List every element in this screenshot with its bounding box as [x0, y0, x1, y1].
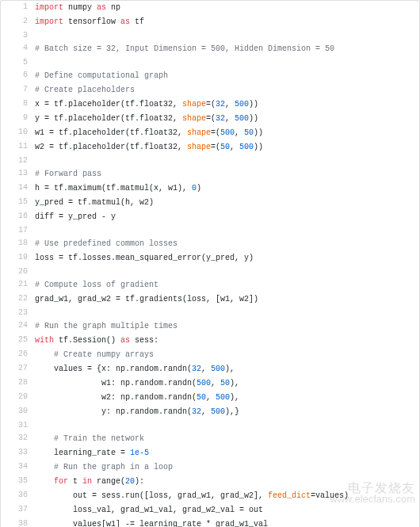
line-number: 20: [1, 265, 34, 278]
token: ),: [230, 379, 239, 388]
code-cell[interactable]: [34, 155, 419, 167]
code-line: 19loss = tf.losses.mean_squared_error(y_…: [1, 251, 419, 265]
code-line: 7# Create placeholders: [1, 83, 419, 97]
code-cell[interactable]: [34, 419, 419, 432]
code-cell[interactable]: diff = y_pred - y: [34, 210, 419, 224]
code-cell[interactable]: with tf.Session() as sess:: [34, 334, 419, 348]
code-line: 35 for t in range(20):: [1, 475, 419, 489]
token-num: 32: [192, 365, 201, 373]
token: w2 = tf.placeholder(tf.float32,: [35, 143, 187, 151]
line-number: 8: [1, 97, 34, 112]
token-str: feed_dict: [268, 491, 311, 500]
code-cell[interactable]: w1 = tf.placeholder(tf.float32, shape=(5…: [34, 126, 419, 140]
line-number: 16: [1, 210, 34, 224]
code-cell[interactable]: # Run the graph multiple times: [34, 319, 419, 334]
token: =(: [206, 114, 216, 123]
code-cell[interactable]: w2 = tf.placeholder(tf.float32, shape=(5…: [34, 140, 419, 155]
code-cell[interactable]: [34, 307, 419, 319]
token-cm: # Create placeholders: [35, 86, 135, 94]
code-cell[interactable]: [34, 224, 419, 237]
token: loss = tf.losses.mean_squared_error(y_pr…: [35, 254, 254, 262]
code-cell[interactable]: values = {x: np.random.randn(32, 500),: [34, 362, 419, 376]
token-num: 500: [197, 379, 211, 388]
code-cell[interactable]: loss = tf.losses.mean_squared_error(y_pr…: [34, 251, 419, 265]
token-num: 50: [244, 128, 254, 137]
code-cell[interactable]: h = tf.maximum(tf.matmul(x, w1), 0): [34, 181, 419, 196]
token: tensorflow: [63, 17, 120, 26]
token: range(: [92, 477, 125, 486]
token: ):: [135, 477, 144, 486]
token-num: 50: [197, 393, 206, 402]
token-cm: # Batch size = 32, Input Dimension = 500…: [35, 44, 334, 53]
code-cell[interactable]: x = tf.placeholder(tf.float32, shape=(32…: [34, 97, 419, 112]
code-cell[interactable]: for t in range(20):: [34, 475, 419, 489]
token: h = tf.maximum(tf.matmul(x, w1),: [35, 184, 192, 193]
code-cell[interactable]: [34, 56, 419, 69]
token: ,: [225, 100, 235, 109]
code-cell[interactable]: grad_w1, grad_w2 = tf.gradients(loss, [w…: [34, 292, 419, 307]
token-cm: # Run the graph multiple times: [35, 322, 178, 330]
code-cell[interactable]: w2: np.random.randn(50, 500),: [34, 391, 419, 405]
line-number: 24: [1, 319, 34, 334]
code-cell[interactable]: [34, 29, 419, 42]
code-line: 28 w1: np.random.randn(500, 50),: [1, 376, 419, 391]
code-cell[interactable]: [34, 265, 419, 278]
code-cell[interactable]: loss_val, grad_w1_val, grad_w2_val = out: [34, 503, 419, 517]
token: w1: np.random.randn(: [35, 379, 197, 388]
token: loss_val, grad_w1_val, grad_w2_val = out: [35, 506, 263, 514]
code-cell[interactable]: # Create placeholders: [34, 83, 419, 97]
token-num: 20: [125, 477, 135, 486]
token: ),}: [225, 407, 239, 416]
code-cell[interactable]: # Create numpy arrays: [34, 348, 419, 362]
code-line: 14h = tf.maximum(tf.matmul(x, w1), 0): [1, 181, 419, 196]
line-number: 2: [1, 15, 34, 29]
token-num: 32: [216, 114, 225, 123]
code-cell[interactable]: import tensorflow as tf: [34, 15, 419, 29]
token: tf.Session(): [54, 336, 120, 345]
code-cell[interactable]: # Batch size = 32, Input Dimension = 500…: [34, 42, 419, 56]
code-line: 30 y: np.random.randn(32, 500),}: [1, 405, 419, 419]
line-number: 17: [1, 224, 34, 237]
token: w2: np.random.randn(: [35, 393, 197, 402]
code-cell[interactable]: y = tf.placeholder(tf.float32, shape=(32…: [34, 112, 419, 126]
token: t: [68, 477, 82, 486]
code-cell[interactable]: learning_rate = 1e-5: [34, 446, 419, 460]
code-cell[interactable]: values[w1] -= learning_rate * grad_w1_va…: [34, 517, 419, 527]
line-number: 22: [1, 292, 34, 307]
code-cell[interactable]: # Use predefined common losses: [34, 237, 419, 251]
token-cm: # Forward pass: [35, 170, 101, 178]
code-line: 17: [1, 224, 419, 237]
code-cell[interactable]: w1: np.random.randn(500, 50),: [34, 376, 419, 391]
token: [35, 463, 54, 472]
code-line: 9y = tf.placeholder(tf.float32, shape=(3…: [1, 112, 419, 126]
code-line: 15y_pred = tf.matmul(h, w2): [1, 196, 419, 210]
code-cell[interactable]: # Forward pass: [34, 167, 419, 181]
line-number: 25: [1, 334, 34, 348]
code-line: 29 w2: np.random.randn(50, 500),: [1, 391, 419, 405]
code-cell[interactable]: # Train the network: [34, 432, 419, 446]
token: values = {x: np.random.randn(: [35, 365, 192, 373]
code-cell[interactable]: # Define computational graph: [34, 69, 419, 83]
token: grad_w1, grad_w2 = tf.gradients(loss, [w…: [35, 295, 258, 304]
code-line: 33 learning_rate = 1e-5: [1, 446, 419, 460]
token: x = tf.placeholder(tf.float32,: [35, 100, 182, 109]
line-number: 37: [1, 503, 34, 517]
code-cell[interactable]: y: np.random.randn(32, 500),}: [34, 405, 419, 419]
token: sess:: [130, 336, 158, 345]
token-num: 50: [220, 143, 230, 151]
token-kw: as: [97, 3, 106, 12]
code-line: 18# Use predefined common losses: [1, 237, 419, 251]
token-num: 500: [235, 100, 249, 109]
token-num: 32: [216, 100, 225, 109]
code-cell[interactable]: import numpy as np: [34, 1, 419, 15]
token: )): [249, 100, 258, 109]
code-cell[interactable]: # Compute loss of gradient: [34, 278, 419, 292]
code-line: 37 loss_val, grad_w1_val, grad_w2_val = …: [1, 503, 419, 517]
token-num: 1e-5: [130, 449, 149, 457]
token-kw: import: [35, 3, 63, 12]
token-num: 500: [211, 365, 225, 373]
line-number: 30: [1, 405, 34, 419]
code-cell[interactable]: # Run the graph in a loop: [34, 460, 419, 475]
code-cell[interactable]: out = sess.run([loss, grad_w1, grad_w2],…: [34, 489, 419, 503]
code-cell[interactable]: y_pred = tf.matmul(h, w2): [34, 196, 419, 210]
